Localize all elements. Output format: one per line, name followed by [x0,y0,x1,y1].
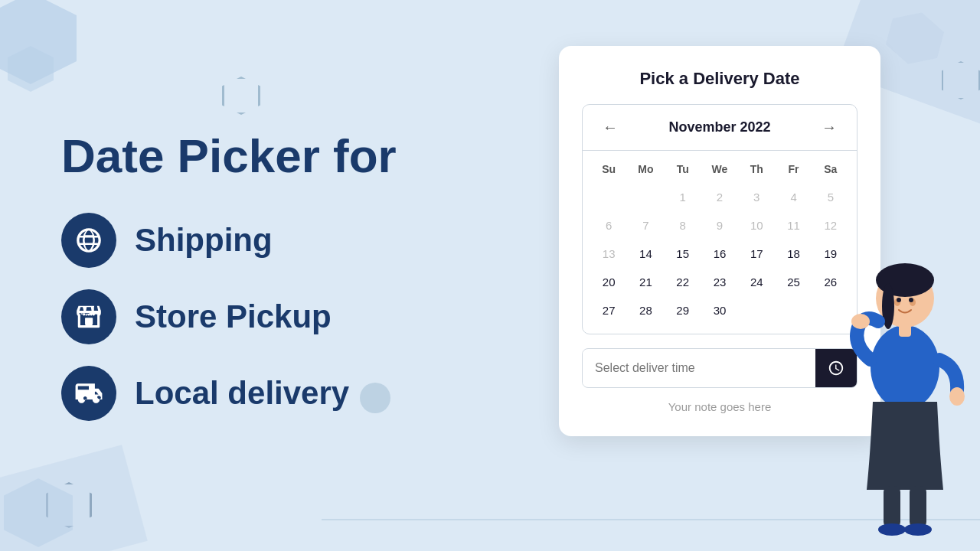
day-header-mo: Mo [627,158,664,180]
time-picker-row [582,348,858,388]
bg-hex-tr [888,11,942,65]
feature-item-shipping: Shipping [61,213,475,268]
local-delivery-icon-circle [61,366,116,421]
day-headers: Su Mo Tu We Th Fr Sa [590,158,849,180]
day-header-th: Th [738,158,775,180]
day-cell[interactable]: 8 [665,213,701,238]
day-cell[interactable]: 5 [812,184,849,210]
character-illustration [844,214,966,536]
day-cell[interactable]: 21 [627,269,664,295]
note-text: Your note goes here [582,400,858,413]
day-header-su: Su [590,158,627,180]
delivery-icon [74,379,103,408]
right-panel: Pick a Delivery Date ← November 2022 → S… [559,46,880,436]
left-panel: Date Picker for Shipping Store Pickup [46,0,475,551]
shipping-icon-circle [61,213,116,268]
date-picker-card: Pick a Delivery Date ← November 2022 → S… [559,46,880,436]
svg-point-11 [949,387,965,406]
feature-list: Shipping Store Pickup Local delivery [61,213,475,421]
day-cell[interactable]: 4 [775,184,812,210]
main-title: Date Picker for [61,130,475,182]
bg-hex-tr2 [942,61,980,99]
svg-rect-0 [85,318,93,326]
svg-rect-13 [910,486,926,528]
shipping-label: Shipping [135,222,273,259]
calendar-header: ← November 2022 → [583,105,857,151]
svg-point-7 [897,298,901,302]
svg-point-1 [871,325,939,409]
day-cell[interactable]: 9 [701,213,738,238]
day-cell[interactable]: 27 [590,298,627,323]
svg-rect-9 [899,324,911,337]
day-cell[interactable]: 1 [665,184,701,210]
day-cell[interactable]: 17 [738,241,775,266]
day-header-we: We [701,158,738,180]
next-month-button[interactable]: → [815,116,843,139]
store-icon [74,302,103,331]
day-header-sa: Sa [812,158,849,180]
day-header-tu: Tu [665,158,701,180]
prev-month-button[interactable]: ← [596,116,624,139]
days-grid: 1 2 3 4 5 6 7 8 9 10 11 12 13 14 15 [590,184,849,323]
day-cell[interactable]: 29 [665,298,701,323]
day-cell[interactable]: 15 [665,241,701,266]
svg-point-15 [904,523,932,536]
day-cell[interactable]: 18 [775,241,812,266]
day-cell[interactable]: 24 [738,269,775,295]
feature-item-store-pickup: Store Pickup [61,289,475,344]
calendar: ← November 2022 → Su Mo Tu We Th Fr Sa [582,104,858,334]
svg-point-8 [909,298,913,302]
day-cell[interactable]: 20 [590,269,627,295]
calendar-grid: Su Mo Tu We Th Fr Sa 1 2 3 4 5 [583,151,857,334]
day-cell[interactable]: 25 [775,269,812,295]
clock-icon [828,360,844,377]
day-cell[interactable]: 6 [590,213,627,238]
day-cell[interactable]: 11 [775,213,812,238]
day-cell[interactable]: 16 [701,241,738,266]
day-cell[interactable]: 3 [738,184,775,210]
day-cell[interactable]: 22 [665,269,701,295]
time-input[interactable] [583,350,815,386]
card-title: Pick a Delivery Date [582,69,858,89]
globe-icon [74,226,103,255]
store-pickup-label: Store Pickup [135,298,332,335]
month-year-label: November 2022 [668,119,770,135]
svg-rect-12 [884,486,900,528]
day-cell[interactable]: 23 [701,269,738,295]
svg-point-14 [878,523,906,536]
local-delivery-label: Local delivery [135,375,349,412]
day-cell[interactable]: 28 [627,298,664,323]
day-header-fr: Fr [775,158,812,180]
day-cell[interactable]: 7 [627,213,664,238]
day-cell[interactable]: 2 [701,184,738,210]
day-cell[interactable]: 10 [738,213,775,238]
store-pickup-icon-circle [61,289,116,344]
day-cell[interactable]: 13 [590,241,627,266]
feature-item-local-delivery: Local delivery [61,366,475,421]
day-cell[interactable]: 30 [701,298,738,323]
day-cell[interactable]: 14 [627,241,664,266]
svg-point-10 [851,314,870,329]
